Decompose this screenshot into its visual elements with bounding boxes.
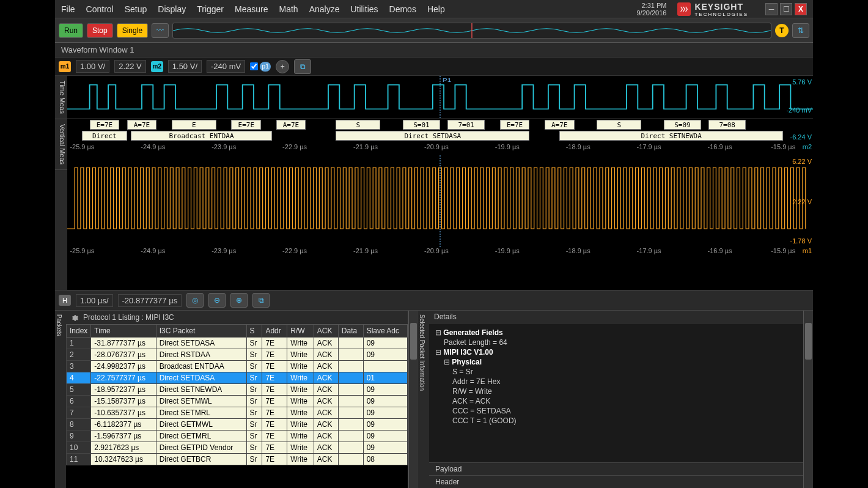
run-button[interactable]: Run xyxy=(59,23,83,38)
dock2-icon[interactable]: ⧉ xyxy=(252,293,270,308)
header-section[interactable]: Header xyxy=(429,475,803,488)
table-row[interactable]: 9-1.5967377 µsDirect GETMRLSr7EWriteACK0… xyxy=(67,431,408,442)
channel1-badge[interactable]: m1 xyxy=(59,61,71,72)
table-row[interactable]: 7-10.6357377 µsDirect SETMRLSr7EWriteACK… xyxy=(67,407,408,419)
keysight-logo: KEYSIGHTTECHNOLOGIES xyxy=(677,1,748,17)
menu-control[interactable]: Control xyxy=(86,4,114,14)
horiz-badge[interactable]: H xyxy=(59,295,71,306)
ch1-lo-label: -1.78 V xyxy=(790,237,812,245)
menu-setup[interactable]: Setup xyxy=(125,4,147,14)
menu-math[interactable]: Math xyxy=(279,4,298,14)
table-row[interactable]: 6-15.1587377 µsDirect SETMWLSr7EWriteACK… xyxy=(67,396,408,407)
table-row[interactable]: 3-24.9982377 µsBroadcast ENTDAASr7EWrite… xyxy=(67,361,408,372)
details-scrollbar[interactable] xyxy=(803,311,813,488)
protocol-table[interactable]: IndexTimeI3C PacketSAddrR/WACKDataSlave … xyxy=(66,324,408,488)
channel2-waveform[interactable]: P1 5.76 V -240 mV xyxy=(67,76,813,119)
protocol-decode-row: E=7E A=7E E E=7E A=7E S S=01 7=01 E=7E A… xyxy=(67,119,813,143)
minimize-button[interactable]: ─ xyxy=(765,3,778,15)
ch2-lo-label: -6.24 V xyxy=(790,133,812,141)
payload-section[interactable]: Payload xyxy=(429,462,803,475)
channel1-offset[interactable]: 2.22 V xyxy=(114,60,146,73)
table-scrollbar[interactable] xyxy=(408,311,418,488)
packets-tab[interactable]: Packets xyxy=(55,311,63,340)
window-label: Waveform Window 1 xyxy=(55,43,813,57)
svg-text:P1: P1 xyxy=(443,76,452,83)
ch1-mid-label: 2.22 V xyxy=(792,198,812,205)
horiz-scale[interactable]: 1.00 µs/ xyxy=(76,294,113,307)
menu-demos[interactable]: Demos xyxy=(389,4,416,14)
horizontal-controls: H 1.00 µs/ -20.8777377 µs ◎ ⊖ ⊕ ⧉ xyxy=(55,290,813,311)
channel2-badge[interactable]: m2 xyxy=(151,61,163,72)
channel2-offset[interactable]: -240 mV xyxy=(207,60,245,73)
time-axis-top: -25.9 µs-24.9 µs-23.9 µs-22.9 µs-21.9 µs… xyxy=(67,143,813,155)
gear-icon[interactable] xyxy=(71,313,79,322)
time-meas-tab[interactable]: Time Meas xyxy=(55,76,67,119)
selected-packet-tab[interactable]: Selected Packet Information xyxy=(418,311,426,394)
table-row[interactable]: 4-22.7577377 µsDirect SETDASASr7EWriteAC… xyxy=(67,372,408,384)
table-row[interactable]: 8-6.1182377 µsDirect GETMWLSr7EWriteACK0… xyxy=(67,419,408,431)
control-bar: Run Stop Single 〰 T ⇅ xyxy=(55,18,813,43)
vertical-meas-tab[interactable]: Vertical Meas xyxy=(55,119,67,170)
horiz-delay[interactable]: -20.8777377 µs xyxy=(118,294,182,307)
autoset-icon[interactable]: 〰 xyxy=(152,23,169,38)
menu-measure[interactable]: Measure xyxy=(235,4,268,14)
trigger-marker[interactable]: T xyxy=(775,24,789,37)
channel-bar: m1 1.00 V/ 2.22 V m2 1.50 V/ -240 mV p1 … xyxy=(55,57,813,76)
menu-analyze[interactable]: Analyze xyxy=(309,4,340,14)
menu-help[interactable]: Help xyxy=(427,4,445,14)
stop-button[interactable]: Stop xyxy=(87,23,113,38)
channel2-scale[interactable]: 1.50 V/ xyxy=(168,60,202,73)
maximize-button[interactable]: ☐ xyxy=(780,3,792,15)
ch2-hi-label: 5.76 V xyxy=(792,78,812,86)
zoom-knob-icon[interactable]: ◎ xyxy=(186,293,204,308)
waveform-overview[interactable] xyxy=(172,23,771,39)
menu-display[interactable]: Display xyxy=(158,4,186,14)
menu-trigger[interactable]: Trigger xyxy=(197,4,224,14)
menu-utilities[interactable]: Utilities xyxy=(350,4,378,14)
channel1-scale[interactable]: 1.00 V/ xyxy=(76,60,109,73)
close-button[interactable]: X xyxy=(795,3,807,15)
table-row[interactable]: 102.9217623 µsDirect GETPID VendorSr7EWr… xyxy=(67,442,408,454)
protocol-listing-header: Protocol 1 Listing : MIPI I3C xyxy=(66,311,408,324)
details-header: Details xyxy=(429,311,803,324)
ch1-hi-label: 6.22 V xyxy=(792,158,812,165)
time-axis-bottom: -25.9 µs-24.9 µs-23.9 µs-22.9 µs-21.9 µs… xyxy=(67,247,813,259)
table-row[interactable]: 2-28.0767377 µsDirect RSTDAASr7EWriteACK… xyxy=(67,349,408,361)
menu-bar: File Control Setup Display Trigger Measu… xyxy=(55,0,813,18)
details-tree[interactable]: ⊟ Generated Fields Packet Length = 64 ⊟ … xyxy=(429,324,803,462)
p1-badge[interactable]: p1 xyxy=(260,62,271,72)
dock-icon[interactable]: ⧉ xyxy=(294,59,311,74)
clock: 2:31 PM 9/20/2016 xyxy=(636,2,666,17)
single-button[interactable]: Single xyxy=(117,23,148,38)
table-row[interactable]: 5-18.9572377 µsDirect SETNEWDASr7EWriteA… xyxy=(67,384,408,396)
zoom-in-icon[interactable]: ⊕ xyxy=(230,293,248,308)
table-row[interactable]: 1-31.8777377 µsDirect SETDASASr7EWriteAC… xyxy=(67,338,408,349)
p1-checkbox[interactable] xyxy=(250,62,258,70)
channel1-waveform[interactable]: 6.22 V 2.22 V -1.78 V xyxy=(67,155,813,247)
menu-file[interactable]: File xyxy=(61,4,75,14)
toggle-icon[interactable]: ⇅ xyxy=(792,23,809,38)
zoom-out-icon[interactable]: ⊖ xyxy=(208,293,226,308)
table-row[interactable]: 1110.3247623 µsDirect GETBCRSr7EWriteACK… xyxy=(67,454,408,465)
ch2-mid-label: -240 mV xyxy=(786,106,812,114)
add-channel-button[interactable]: + xyxy=(276,60,289,73)
